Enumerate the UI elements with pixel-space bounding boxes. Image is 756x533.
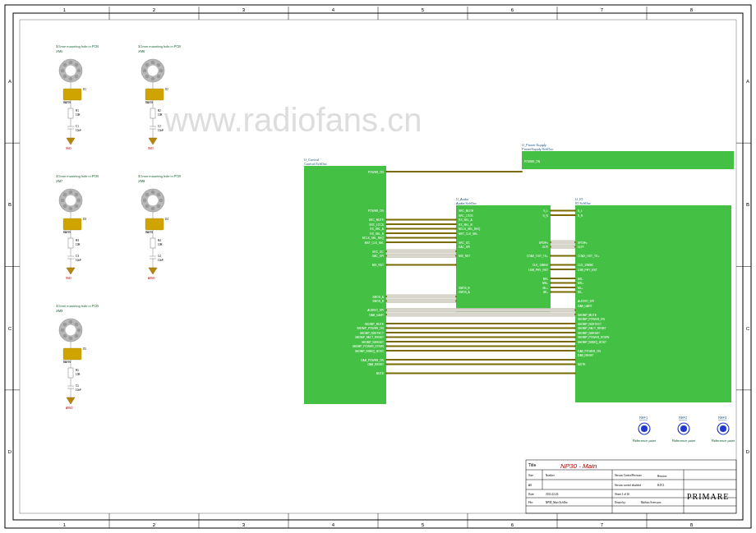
svg-rect-312 — [551, 241, 575, 244]
svg-text:PRIMARE: PRIMARE — [687, 492, 729, 501]
svg-point-168 — [69, 320, 73, 324]
svg-point-80 — [151, 77, 155, 81]
svg-text:XM5: XM5 — [55, 49, 63, 53]
svg-text:IO.SchDoc: IO.SchDoc — [575, 201, 591, 205]
svg-text:REF3: REF3 — [718, 416, 727, 420]
svg-point-349 — [385, 328, 387, 329]
svg-text:File:: File: — [528, 501, 533, 504]
svg-point-328 — [550, 278, 551, 279]
svg-text:SEDMP_FACT_RESET: SEDMP_FACT_RESET — [355, 336, 384, 339]
svg-point-114 — [66, 195, 76, 206]
svg-text:7: 7 — [601, 522, 604, 527]
svg-point-367 — [385, 359, 387, 361]
svg-text:R1: R1 — [76, 109, 79, 113]
svg-text:BAV99: BAV99 — [63, 231, 71, 234]
svg-text:RX_SEL_B: RX_SEL_B — [370, 232, 384, 236]
svg-point-85 — [157, 63, 161, 67]
svg-rect-60 — [63, 89, 81, 100]
svg-text:8: 8 — [690, 7, 694, 12]
svg-point-271 — [385, 171, 387, 172]
svg-point-293 — [455, 250, 457, 252]
svg-point-346 — [385, 323, 387, 324]
svg-point-302 — [455, 296, 457, 297]
svg-text:MR-: MR- — [543, 278, 548, 281]
svg-point-280 — [385, 228, 387, 230]
svg-text:MR+: MR+ — [578, 282, 583, 285]
svg-point-55 — [63, 63, 67, 67]
svg-text:SEDMP_NDETECT: SEDMP_NDETECT — [578, 323, 602, 326]
svg-text:3.5mm mounting hole in PCB: 3.5mm mounting hole in PCB — [138, 44, 181, 48]
svg-point-305 — [455, 301, 457, 302]
svg-point-134 — [159, 199, 164, 203]
svg-text:ML-: ML- — [578, 291, 583, 294]
svg-text:SEDMP_NIREQ_HOST: SEDMP_NIREQ_HOST — [355, 350, 384, 353]
svg-point-286 — [385, 237, 387, 239]
svg-rect-339 — [386, 308, 575, 311]
svg-point-83 — [145, 63, 150, 67]
svg-point-272 — [521, 171, 523, 172]
svg-point-301 — [385, 296, 387, 297]
svg-text:MR+: MR+ — [542, 282, 548, 285]
svg-point-51 — [75, 75, 79, 79]
svg-point-371 — [574, 364, 576, 365]
svg-text:Version Control Revision: Version Control Revision — [615, 474, 642, 477]
refpoint-REF3: REF3Reference point — [712, 416, 735, 443]
svg-text:AGND: AGND — [148, 277, 156, 280]
svg-text:SEDMP_MUTE: SEDMP_MUTE — [578, 314, 597, 317]
svg-point-163 — [75, 334, 79, 338]
svg-text:SEDMP_NDETECT: SEDMP_NDETECT — [360, 332, 384, 335]
svg-text:C: C — [8, 326, 12, 331]
svg-rect-64 — [68, 108, 73, 118]
svg-rect-116 — [63, 218, 81, 230]
svg-point-108 — [69, 207, 73, 211]
svg-marker-129 — [67, 268, 75, 274]
svg-text:DAB_UART: DAB_UART — [578, 305, 592, 308]
svg-point-332 — [574, 283, 576, 284]
svg-text:R5: R5 — [76, 369, 79, 372]
block-U_Power Supply: U_Power SupplyPowerSupply.SchDocPOWER_ON — [522, 143, 734, 169]
svg-text:DAC_SPI: DAC_SPI — [372, 255, 384, 258]
svg-text:3.5mm mounting hole in PCB: 3.5mm mounting hole in PCB — [56, 44, 99, 48]
svg-text:NP30 - Main: NP30 - Main — [560, 462, 597, 470]
svg-text:C3: C3 — [76, 255, 79, 258]
svg-text:S_R: S_R — [543, 214, 549, 218]
svg-point-373 — [385, 373, 387, 374]
svg-text:3.5mm mounting hole in PCB: 3.5mm mounting hole in PCB — [56, 304, 99, 308]
svg-text:2: 2 — [153, 522, 156, 527]
svg-text:XM8: XM8 — [137, 179, 145, 183]
col-labels-bot: 12345678 — [63, 513, 694, 528]
svg-text:GND: GND — [148, 147, 154, 150]
svg-text:ULPI: ULPI — [578, 246, 583, 249]
svg-text:MR-: MR- — [578, 278, 583, 281]
svg-point-142 — [148, 195, 159, 206]
svg-text:DAB_RESET: DAB_RESET — [367, 363, 384, 366]
svg-point-320 — [574, 255, 576, 257]
svg-point-111 — [63, 193, 67, 197]
svg-rect-303 — [386, 299, 456, 302]
mounting-hole-XM9: 3.5mm mounting hole in PCBXM9D5BAV99R510… — [55, 304, 99, 410]
svg-point-106 — [77, 199, 81, 203]
svg-point-57 — [75, 63, 79, 67]
svg-text:D4: D4 — [165, 218, 168, 221]
svg-text:RX_SEL_B: RX_SEL_B — [459, 223, 472, 227]
svg-text:AUDIVO_SPI: AUDIVO_SPI — [578, 300, 594, 303]
svg-text:SEDMP_MUTE: SEDMP_MUTE — [365, 323, 385, 326]
block-U_Audio: U_AudioAudio.SchDocSRC_MUTESRC_LOCKRX_SE… — [456, 197, 551, 312]
svg-point-377 — [641, 425, 648, 432]
svg-point-385 — [720, 425, 726, 432]
svg-text:Reference point: Reference point — [672, 439, 696, 443]
svg-text:GND: GND — [66, 277, 72, 280]
svg-text:SEDMP_POWER_DOWN: SEDMP_POWER_DOWN — [353, 345, 385, 348]
svg-text:C1: C1 — [76, 125, 79, 128]
svg-point-340 — [385, 310, 387, 311]
svg-marker-157 — [149, 268, 157, 274]
svg-point-361 — [385, 346, 387, 347]
svg-point-141 — [157, 193, 161, 197]
svg-point-358 — [385, 341, 387, 342]
svg-point-359 — [574, 341, 576, 342]
mounting-hole-XM5: 3.5mm mounting hole in PCBXM5D1BAV99R110… — [55, 44, 99, 150]
svg-point-140 — [151, 191, 155, 195]
row-labels-left: ABCD — [5, 79, 20, 454]
svg-point-277 — [385, 223, 387, 225]
svg-rect-294 — [386, 254, 456, 257]
